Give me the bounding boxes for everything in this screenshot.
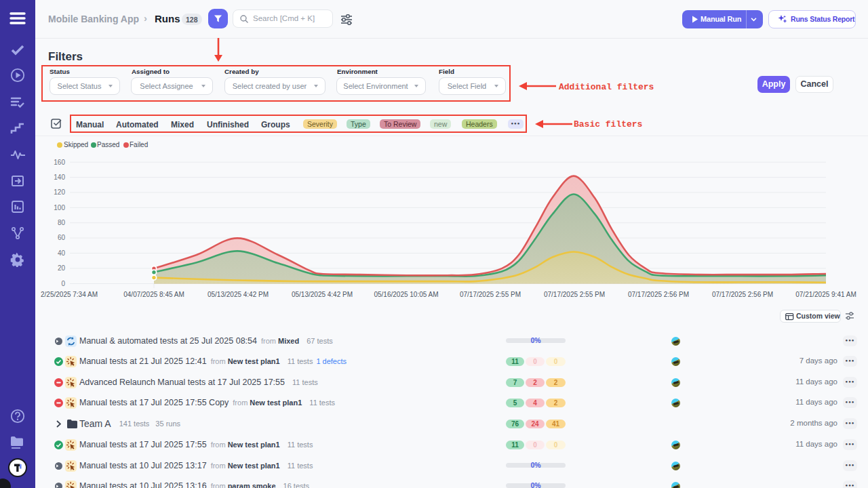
svg-text:05/13/2025 4:42 PM: 05/13/2025 4:42 PM [292, 291, 353, 298]
svg-text:2/25/2025 7:34 AM: 2/25/2025 7:34 AM [41, 291, 98, 298]
svg-text:120: 120 [54, 188, 65, 196]
svg-text:07/17/2025 2:55 PM: 07/17/2025 2:55 PM [460, 291, 521, 298]
svg-text:05/16/2025 10:05 AM: 05/16/2025 10:05 AM [374, 291, 438, 298]
svg-text:80: 80 [58, 219, 66, 226]
svg-text:07/21/2025 9:41 AM: 07/21/2025 9:41 AM [795, 291, 856, 298]
svg-text:07/17/2025 2:56 PM: 07/17/2025 2:56 PM [712, 291, 773, 298]
svg-text:05/13/2025 4:42 PM: 05/13/2025 4:42 PM [208, 291, 269, 298]
svg-text:04/07/2025 8:45 AM: 04/07/2025 8:45 AM [123, 291, 184, 298]
svg-text:0: 0 [61, 280, 65, 287]
svg-text:160: 160 [54, 159, 65, 166]
svg-text:07/17/2025 2:56 PM: 07/17/2025 2:56 PM [628, 291, 689, 298]
svg-text:40: 40 [58, 249, 66, 257]
svg-text:60: 60 [58, 234, 66, 241]
svg-text:100: 100 [54, 204, 65, 211]
svg-text:07/17/2025 2:55 PM: 07/17/2025 2:55 PM [544, 291, 605, 298]
svg-text:140: 140 [54, 174, 65, 181]
svg-text:20: 20 [58, 264, 66, 272]
